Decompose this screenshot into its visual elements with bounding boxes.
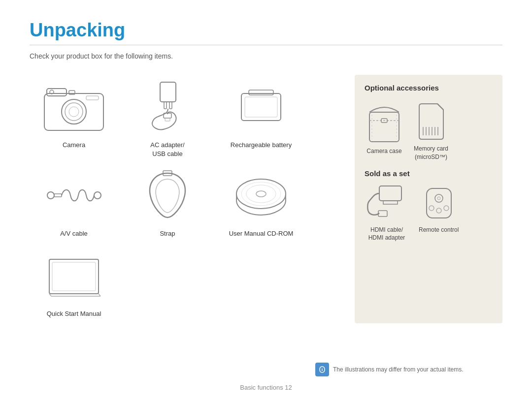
av-cable-icon-container	[34, 163, 113, 227]
item-ac-adapter: AC adapter/ USB cable	[123, 75, 212, 158]
manual-svg	[44, 252, 103, 299]
optional-title: Optional accessories	[365, 84, 493, 92]
svg-line-35	[437, 104, 443, 110]
footnote-icon	[315, 363, 329, 376]
battery-icon-container	[222, 75, 300, 139]
remote-label: Remote control	[419, 226, 459, 234]
svg-point-51	[322, 368, 323, 369]
svg-rect-9	[164, 102, 166, 109]
ac-adapter-svg	[140, 80, 195, 134]
memcard-svg	[415, 100, 447, 142]
svg-point-46	[429, 206, 434, 211]
item-strap: Strap	[123, 163, 212, 238]
svg-rect-42	[379, 186, 401, 201]
optional-item-memcard: Memory card (microSD™)	[414, 100, 448, 161]
hdmi-svg	[365, 184, 409, 223]
av-cable-label: A/V cable	[60, 229, 88, 238]
item-camera: Camera	[30, 75, 118, 158]
footer-text: Basic functions 12	[240, 384, 292, 391]
svg-rect-27	[49, 259, 99, 294]
svg-rect-12	[165, 118, 170, 121]
footnote-text: The illustrations may differ from your a…	[333, 366, 464, 373]
svg-point-21	[236, 179, 286, 209]
subtitle: Check your product box for the following…	[30, 52, 502, 60]
info-icon	[318, 366, 326, 373]
page-footer: Basic functions 12	[240, 384, 292, 391]
strap-label: Strap	[160, 229, 175, 238]
svg-rect-14	[249, 90, 273, 95]
svg-rect-28	[52, 262, 96, 291]
footnote-area: The illustrations may differ from your a…	[315, 363, 464, 376]
svg-point-3	[65, 103, 83, 121]
cdrom-label: User Manual CD-ROM	[229, 229, 294, 238]
manual-label: Quick Start Manual	[47, 309, 101, 318]
page-title: Unpacking	[30, 20, 502, 41]
optional-item-case: Camera case	[365, 100, 404, 155]
svg-point-16	[47, 192, 54, 199]
camera-case-label: Camera case	[366, 147, 401, 155]
manual-icon-container	[34, 244, 113, 308]
camera-icon-container	[34, 75, 113, 139]
item-av-cable: A/V cable	[30, 163, 118, 238]
camera-label: Camera	[63, 141, 85, 150]
camera-case-svg	[365, 100, 404, 144]
svg-point-4	[69, 107, 79, 117]
svg-point-49	[437, 197, 440, 200]
svg-rect-32	[369, 112, 399, 142]
strap-icon-container	[128, 163, 207, 227]
svg-rect-8	[160, 82, 176, 102]
svg-point-45	[435, 194, 443, 202]
cdrom-icon-container	[222, 163, 300, 227]
optional-panel: Optional accessories	[355, 75, 502, 323]
sold-set-title: Sold as a set	[365, 169, 493, 178]
svg-rect-13	[241, 93, 281, 121]
grid-row-3: Quick Start Manual	[30, 244, 340, 318]
ac-adapter-label: AC adapter/ USB cable	[150, 141, 184, 158]
grid-row-1: Camera	[30, 75, 340, 158]
svg-point-48	[444, 206, 449, 211]
grid-row-2: A/V cable Strap	[30, 163, 340, 238]
item-battery: Rechargeable battery	[217, 75, 305, 158]
svg-point-47	[436, 208, 441, 213]
camera-svg	[42, 84, 106, 130]
remote-svg	[422, 184, 456, 223]
items-grid: Camera	[30, 75, 340, 323]
sold-item-hdmi: HDMI cable/ HDMI adapter	[365, 184, 409, 243]
svg-rect-15	[245, 97, 277, 117]
battery-label: Rechargeable battery	[231, 141, 292, 150]
sold-item-remote: Remote control	[419, 184, 459, 234]
strap-svg	[140, 168, 195, 222]
svg-rect-10	[169, 102, 172, 109]
item-manual: Quick Start Manual	[30, 244, 118, 318]
cdrom-svg	[232, 168, 291, 222]
optional-accessories-row: Camera case	[365, 100, 493, 161]
memcard-label: Memory card (microSD™)	[414, 145, 448, 161]
main-layout: Camera	[30, 75, 502, 323]
sold-set-row: HDMI cable/ HDMI adapter	[365, 184, 493, 243]
item-cdrom: User Manual CD-ROM	[217, 163, 305, 238]
hdmi-label: HDMI cable/ HDMI adapter	[368, 226, 405, 243]
svg-rect-44	[427, 188, 451, 218]
svg-rect-7	[86, 96, 99, 100]
svg-rect-17	[54, 194, 62, 197]
av-cable-svg	[42, 171, 106, 220]
ac-adapter-icon-container	[128, 75, 207, 139]
title-divider	[30, 45, 502, 45]
battery-svg	[234, 86, 288, 128]
svg-point-18	[94, 192, 101, 199]
